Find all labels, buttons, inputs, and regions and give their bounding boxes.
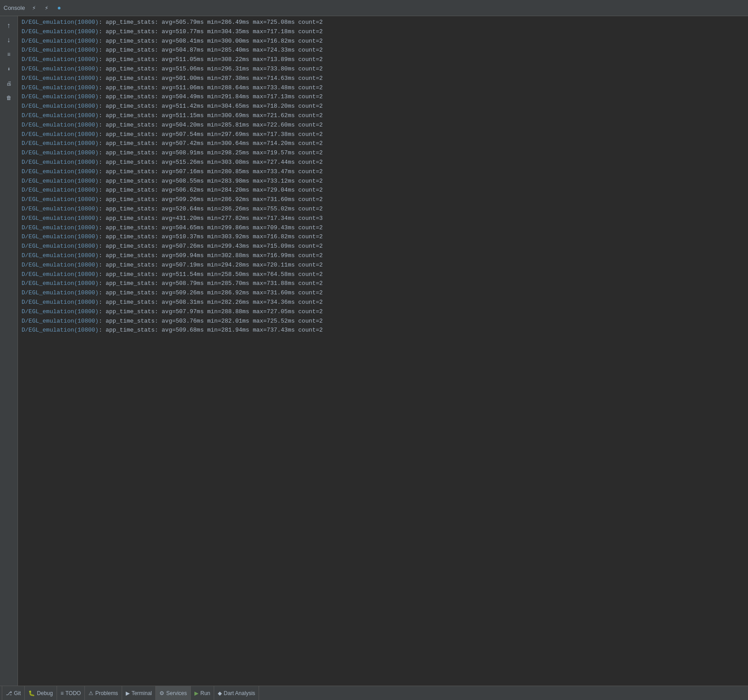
log-line: D/EGL_emulation(10800): app_time_stats: … [22, 27, 744, 37]
problems-label: Problems [95, 690, 118, 696]
log-line: D/EGL_emulation(10800): app_time_stats: … [22, 214, 744, 223]
log-line: D/EGL_emulation(10800): app_time_stats: … [22, 251, 744, 261]
circle-icon[interactable]: ● [54, 3, 65, 13]
status-item-run[interactable]: ▶Run [191, 686, 214, 700]
debug-icon: 🐛 [28, 690, 35, 696]
dart analysis-label: Dart Analysis [224, 690, 255, 696]
log-line: D/EGL_emulation(10800): app_time_stats: … [22, 102, 744, 111]
status-bar: ⎇Git🐛Debug≡TODO⚠Problems▶Terminal⚙Servic… [0, 686, 748, 700]
top-bar-icons: ⚡ ⚡ ● [29, 3, 65, 13]
log-line: D/EGL_emulation(10800): app_time_stats: … [22, 92, 744, 102]
log-line: D/EGL_emulation(10800): app_time_stats: … [22, 83, 744, 93]
log-line: D/EGL_emulation(10800): app_time_stats: … [22, 149, 744, 158]
terminal-label: Terminal [132, 690, 152, 696]
scroll-up-button[interactable]: ↑ [2, 20, 16, 32]
log-line: D/EGL_emulation(10800): app_time_stats: … [22, 298, 744, 307]
problems-icon: ⚠ [88, 690, 93, 696]
status-item-dart-analysis[interactable]: ◆Dart Analysis [214, 686, 259, 700]
log-line: D/EGL_emulation(10800): app_time_stats: … [22, 74, 744, 83]
todo-label: TODO [66, 690, 81, 696]
log-line: D/EGL_emulation(10800): app_time_stats: … [22, 158, 744, 167]
log-line: D/EGL_emulation(10800): app_time_stats: … [22, 270, 744, 280]
log-line: D/EGL_emulation(10800): app_time_stats: … [22, 223, 744, 233]
terminal-icon: ▶ [126, 690, 130, 696]
log-line: D/EGL_emulation(10800): app_time_stats: … [22, 242, 744, 251]
status-item-todo[interactable]: ≡TODO [57, 686, 85, 700]
main-content: ↑ ↓ ≡ ⬇ 🖨 🗑 D/EGL_emulation(10800): app_… [0, 16, 748, 686]
log-line: D/EGL_emulation(10800): app_time_stats: … [22, 195, 744, 205]
left-sidebar: ↑ ↓ ≡ ⬇ 🖨 🗑 [0, 16, 18, 686]
lightning-icon-2[interactable]: ⚡ [41, 3, 52, 13]
log-line: D/EGL_emulation(10800): app_time_stats: … [22, 46, 744, 55]
status-item-debug[interactable]: 🐛Debug [25, 686, 57, 700]
status-item-git[interactable]: ⎇Git [2, 686, 25, 700]
lightning-icon-1[interactable]: ⚡ [29, 3, 40, 13]
wrap-button[interactable]: ≡ [2, 48, 16, 61]
log-line: D/EGL_emulation(10800): app_time_stats: … [22, 289, 744, 298]
status-item-services[interactable]: ⚙Services [156, 686, 191, 700]
top-bar: Console ⚡ ⚡ ● [0, 0, 748, 16]
log-line: D/EGL_emulation(10800): app_time_stats: … [22, 177, 744, 186]
git-icon: ⎇ [6, 690, 12, 696]
print-button[interactable]: 🖨 [2, 77, 16, 90]
log-line: D/EGL_emulation(10800): app_time_stats: … [22, 205, 744, 214]
log-line: D/EGL_emulation(10800): app_time_stats: … [22, 130, 744, 140]
log-line: D/EGL_emulation(10800): app_time_stats: … [22, 261, 744, 270]
log-line: D/EGL_emulation(10800): app_time_stats: … [22, 111, 744, 121]
log-line: D/EGL_emulation(10800): app_time_stats: … [22, 232, 744, 242]
run-label: Run [200, 690, 210, 696]
scroll-down-button[interactable]: ↓ [2, 34, 16, 47]
log-line: D/EGL_emulation(10800): app_time_stats: … [22, 307, 744, 317]
log-line: D/EGL_emulation(10800): app_time_stats: … [22, 121, 744, 130]
run-icon: ▶ [194, 690, 198, 696]
log-line: D/EGL_emulation(10800): app_time_stats: … [22, 65, 744, 74]
log-line: D/EGL_emulation(10800): app_time_stats: … [22, 37, 744, 46]
console-label: Console [4, 4, 25, 11]
dart analysis-icon: ◆ [218, 690, 222, 696]
download-button[interactable]: ⬇ [2, 63, 16, 75]
log-line: D/EGL_emulation(10800): app_time_stats: … [22, 55, 744, 65]
services-label: Services [166, 690, 187, 696]
log-line: D/EGL_emulation(10800): app_time_stats: … [22, 279, 744, 289]
status-item-terminal[interactable]: ▶Terminal [122, 686, 156, 700]
debug-label: Debug [37, 690, 53, 696]
git-label: Git [14, 690, 21, 696]
log-line: D/EGL_emulation(10800): app_time_stats: … [22, 326, 744, 335]
clear-button[interactable]: 🗑 [2, 92, 16, 104]
log-line: D/EGL_emulation(10800): app_time_stats: … [22, 317, 744, 326]
services-icon: ⚙ [159, 690, 164, 696]
log-area[interactable]: D/EGL_emulation(10800): app_time_stats: … [18, 16, 748, 686]
status-item-problems[interactable]: ⚠Problems [85, 686, 122, 700]
log-line: D/EGL_emulation(10800): app_time_stats: … [22, 167, 744, 177]
log-line: D/EGL_emulation(10800): app_time_stats: … [22, 186, 744, 195]
log-line: D/EGL_emulation(10800): app_time_stats: … [22, 18, 744, 27]
log-line: D/EGL_emulation(10800): app_time_stats: … [22, 139, 744, 149]
todo-icon: ≡ [61, 690, 64, 696]
